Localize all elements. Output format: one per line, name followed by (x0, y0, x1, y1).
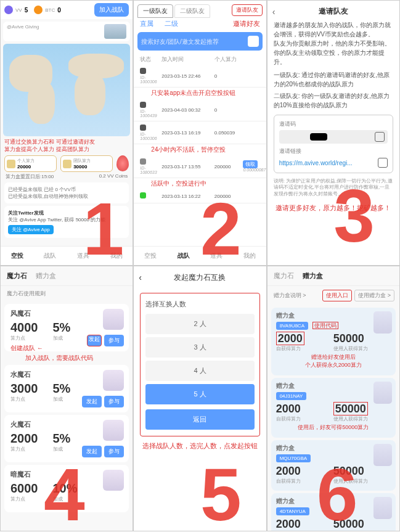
copy-icon[interactable] (375, 132, 385, 142)
gift-icon (373, 497, 392, 519)
banner: @Avive Giving (3, 22, 130, 41)
option-4[interactable]: 4 人 (145, 361, 254, 381)
search-icon[interactable] (248, 36, 259, 47)
stone-card-fire: 火魔石 2000算力点5%加成 发起参与 (4, 415, 129, 462)
follow-twitter-button[interactable]: 关注 @Avive App (8, 225, 54, 234)
friend-row[interactable]: ID-10064392023-04-03 00:320 (134, 99, 266, 121)
twitter-card: 关注Twitter发现 关注 @Avive App Twitter, 获得 50… (4, 206, 129, 238)
tab-magic-stone[interactable]: 魔力石 (274, 271, 294, 280)
gift-code[interactable]: 8VA9U8CA (276, 322, 308, 330)
option-3[interactable]: 3 人 (145, 337, 254, 358)
team-icon (63, 160, 71, 168)
gift-card: 赠力盒 MQU70GBA 2000自获得算力 50000使用人获得算力 (271, 440, 396, 491)
copy-icon[interactable] (378, 158, 388, 168)
back-button[interactable]: ‹ (272, 6, 276, 18)
use-giftbox-button[interactable]: 使用赠力盒 > (354, 290, 394, 301)
stone-icon (103, 420, 124, 441)
friend-list-header: 状态加入时间个人算力 (134, 54, 266, 65)
tab-level1[interactable]: 一级队友 (137, 4, 173, 18)
personal-power-box[interactable]: 个人算力20000 (4, 155, 57, 172)
sub-second[interactable]: 二级 (165, 19, 178, 28)
tab-props[interactable]: 道具 (67, 247, 100, 265)
stone-icon (103, 470, 124, 491)
gift-icon (373, 382, 392, 404)
bottom-tabs: 空投 战队 道具 我的 (134, 246, 266, 265)
sub-direct[interactable]: 直属 (140, 19, 153, 28)
panel-team: 一级队友 二级队友 邀请队友 直属 二级 邀请好友 状态加入时间个人算力 ID-… (133, 0, 266, 266)
friend-row[interactable]: ID-10003062023-03-15 22:460 (134, 65, 266, 88)
bottom-tabs: 空投 战队 道具 我的 (1, 246, 133, 265)
tab-mine[interactable]: 我的 (233, 247, 266, 265)
panel-giftbox: 魔力石 赠力盒 赠力盒说明 > 使用入口 使用赠力盒 > 赠力盒 8VA9U8C… (267, 266, 400, 531)
vv-label: VV (15, 7, 22, 13)
select-label: 选择互换人数 (145, 300, 254, 309)
coin-count: 0.2 VV Coins (99, 173, 128, 180)
tab-props[interactable]: 道具 (200, 247, 233, 265)
invite-link[interactable]: https://m.avive.world/regi... (279, 158, 353, 168)
launch-button[interactable]: 发起 (82, 446, 102, 457)
stone-card-wind: 风魔石 4000算力点5%加成 创建战队 ← 发起参与 (4, 304, 129, 351)
search-input[interactable] (141, 38, 247, 45)
panel-airdrop: VV 5 BTC 0 加入战队 @Avive Giving 可通过交换算力石和 … (0, 0, 133, 266)
gift-code[interactable]: MQU70GBA (276, 454, 311, 462)
annotation-friend: 使用后，好友可得50000算力 (276, 424, 391, 432)
gift-icon (373, 311, 392, 334)
gift-code[interactable]: 4DTANYUA (276, 507, 309, 515)
annotation-power: 可通过交换算力石和 可通过邀请好友算力盒提高个人算力 提高团队算力 (4, 139, 129, 153)
annotation-invite: 邀请更多好友，原力越多！挖矿越多！ (274, 203, 393, 212)
page-title: 发起魔力石互换 (174, 273, 226, 282)
btc-value: 0 (57, 7, 61, 14)
annotation-inactive: 24小时内不活跃，暂停空投 (151, 145, 248, 154)
stone-card-dark: 暗魔石 6000算力点10%加成 (4, 465, 129, 512)
step-number: 5 (200, 452, 242, 531)
tab-level2[interactable]: 二级队友 (174, 4, 210, 18)
launch-button[interactable]: 发起 (87, 335, 102, 346)
stone-icon (103, 370, 124, 391)
team-power-box[interactable]: 团队算力30000 (60, 155, 113, 172)
banner-text: @Avive Giving (7, 24, 39, 39)
tab-magic-stone[interactable]: 魔力石 (7, 271, 27, 280)
launch-button[interactable]: 发起 (82, 396, 102, 407)
annotation-use-code: 使用代码 (312, 322, 338, 329)
invite-label: 邀请好友 (233, 19, 260, 28)
tab-team[interactable]: 战队 (34, 247, 67, 265)
step-number: 3 (333, 160, 375, 266)
gift-code[interactable]: 04J31NAY (276, 392, 307, 400)
option-5[interactable]: 5 人 (145, 384, 254, 404)
tab-team[interactable]: 战队 (167, 247, 200, 265)
balance-bar: VV 5 BTC 0 加入战队 (1, 1, 133, 19)
join-button[interactable]: 参与 (104, 335, 124, 346)
invite-friends-button[interactable]: 邀请队友 (232, 4, 263, 16)
annotation-active: 活跃中，空投进行中 (151, 179, 248, 188)
tab-mine[interactable]: 我的 (100, 247, 133, 265)
footer-note: 说明: 为保护正常用户的权益,保障一切行为公平行为,邀请码不适定时变化,平台将对… (274, 178, 393, 197)
link-label: 邀请链接 (279, 147, 388, 156)
rules-link[interactable]: 赠力盒说明 > (274, 292, 306, 300)
tab-airdrop[interactable]: 空投 (134, 247, 167, 265)
balloon-icon (116, 155, 129, 171)
annotation-create: 创建战队 (10, 345, 35, 351)
btc-icon (34, 6, 43, 14)
join-team-button[interactable]: 加入战队 (94, 3, 129, 17)
tab-gift-box[interactable]: 赠力盒 (36, 271, 56, 280)
annotation-select: 选择战队人数，选完人数，点发起按钮 (139, 441, 261, 451)
reset-time: 算力盒重置日后:15:00 (6, 173, 54, 180)
tab-airdrop[interactable]: 空投 (1, 247, 34, 265)
join-button[interactable]: 参与 (104, 396, 124, 407)
gift-icon (373, 444, 392, 466)
annotation-entry: 使用入口 (322, 290, 352, 301)
vv-value: 5 (25, 7, 28, 14)
rules-link[interactable]: 魔力石使用规则 (1, 286, 133, 301)
option-2[interactable]: 2 人 (145, 314, 254, 334)
tab-gift-box[interactable]: 赠力盒 (303, 271, 323, 280)
friend-row[interactable]: 2023-03-13 16:22200000 (134, 189, 266, 203)
invite-code-field[interactable] (279, 130, 388, 144)
join-button[interactable]: 参与 (104, 446, 124, 457)
friend-row[interactable]: ID-10806332023-03-17 13:55200000领取0.0000… (134, 155, 266, 178)
friend-row[interactable]: ID-10003062023-03-13 16:190.050039 (134, 121, 266, 144)
search-bar[interactable] (137, 32, 262, 51)
go-button[interactable]: 返回 (145, 409, 254, 430)
panel-stones: 魔力石 赠力盒 魔力石使用规则 风魔石 4000算力点5%加成 创建战队 ← 发… (0, 266, 133, 531)
back-button[interactable]: ‹ (139, 272, 142, 282)
world-map[interactable] (3, 44, 130, 136)
